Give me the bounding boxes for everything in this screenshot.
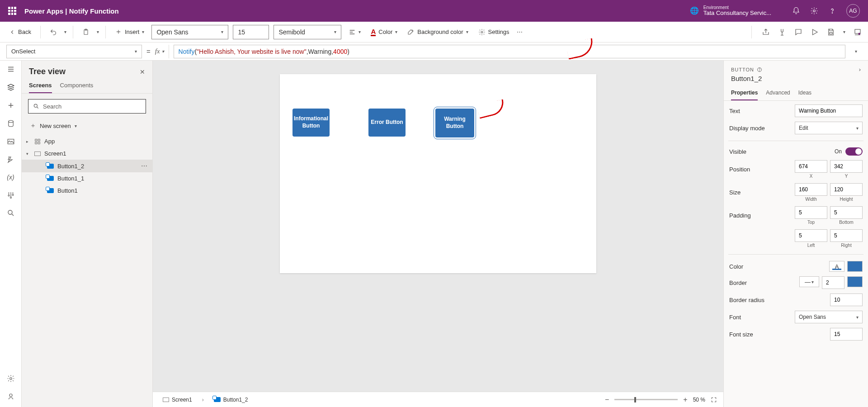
tree-item-screen1[interactable]: ▾ Screen1	[22, 147, 152, 160]
zoom-out-button[interactable]: −	[605, 396, 609, 404]
variables-icon[interactable]: (x)	[7, 174, 14, 181]
gear-icon[interactable]	[810, 7, 818, 15]
play-icon[interactable]	[811, 28, 819, 36]
props-type: BUTTON	[731, 67, 754, 72]
data-icon[interactable]	[7, 119, 15, 128]
help-icon[interactable]	[757, 67, 762, 72]
svg-rect-18	[38, 139, 40, 141]
border-color-swatch[interactable]	[847, 276, 863, 287]
input-pad-top[interactable]	[795, 206, 827, 219]
expand-formula-icon[interactable]: ▾	[850, 49, 862, 54]
breadcrumb-screen[interactable]: Screen1	[159, 396, 196, 404]
fit-icon[interactable]	[711, 397, 717, 403]
input-x[interactable]	[795, 160, 827, 173]
save-icon[interactable]	[827, 28, 835, 36]
toggle-visible[interactable]	[845, 147, 863, 156]
help-icon[interactable]	[828, 7, 836, 15]
insert-pane-icon[interactable]	[7, 101, 15, 109]
font-color-button[interactable]: A Color ▾	[368, 26, 400, 38]
breadcrumb-selection[interactable]: Button1_2	[210, 396, 252, 404]
fx-icon[interactable]: fx ▾	[155, 45, 169, 58]
search-icon[interactable]	[7, 209, 15, 217]
power-automate-icon[interactable]	[7, 156, 15, 164]
settings-rail-icon[interactable]	[7, 374, 15, 383]
input-pad-bottom[interactable]	[830, 206, 863, 219]
publish-icon[interactable]	[854, 28, 862, 36]
left-rail: (x)	[0, 61, 22, 407]
back-button[interactable]: Back	[6, 27, 34, 37]
hamburger-icon[interactable]	[7, 65, 15, 73]
color-label: Color	[378, 28, 392, 35]
tree-item-button1-1[interactable]: Button1_1	[22, 172, 152, 185]
more-icon[interactable]: ⋯	[517, 28, 523, 35]
border-style-dropdown[interactable]: — ▾	[799, 276, 819, 287]
canvas-area[interactable]: Informational Button Error Button Warnin…	[153, 61, 723, 407]
canvas-informational-button[interactable]: Informational Button	[292, 109, 330, 137]
more-icon[interactable]: ⋯	[141, 162, 148, 170]
tree-item-app[interactable]: ▸ App	[22, 135, 152, 147]
user-avatar[interactable]: AG	[846, 4, 860, 18]
font-size-dropdown[interactable]: 15	[233, 25, 269, 39]
tab-properties[interactable]: Properties	[731, 86, 758, 100]
new-screen-button[interactable]: ＋ New screen ▾	[22, 119, 152, 133]
tree-item-button1[interactable]: Button1	[22, 185, 152, 197]
align-button[interactable]: ▾	[346, 27, 363, 38]
bgcolor-label: Background color	[417, 28, 463, 35]
input-font-size[interactable]	[830, 328, 863, 341]
tab-ideas[interactable]: Ideas	[798, 86, 811, 100]
dropdown-font[interactable]: Open Sans▾	[795, 311, 863, 323]
paste-button[interactable]	[80, 27, 92, 38]
insert-button[interactable]: ＋ Insert ▾	[112, 25, 147, 38]
canvas-warning-button[interactable]: Warning Button	[435, 109, 474, 137]
tab-screens[interactable]: Screens	[29, 82, 52, 93]
input-pad-left[interactable]	[795, 229, 827, 242]
formula-input[interactable]: Notify("Hello Ashish, Your website is li…	[174, 45, 845, 58]
font-dropdown[interactable]: Open Sans▾	[151, 25, 228, 39]
property-selector[interactable]: OnSelect ▾	[6, 45, 142, 58]
dropdown-display-mode[interactable]: Edit▾	[795, 122, 863, 134]
input-height[interactable]	[830, 183, 863, 196]
canvas-error-button[interactable]: Error Button	[368, 109, 406, 137]
zoom-slider[interactable]	[614, 399, 678, 400]
tab-components[interactable]: Components	[60, 82, 94, 93]
input-border-width[interactable]	[822, 276, 844, 289]
input-text[interactable]	[795, 104, 863, 117]
canvas[interactable]: Informational Button Error Button Warnin…	[280, 74, 596, 273]
input-pad-right[interactable]	[830, 229, 863, 242]
fill-color-swatch[interactable]	[847, 261, 863, 272]
font-weight-dropdown[interactable]: Semibold▾	[274, 25, 341, 39]
treeview-icon[interactable]	[7, 83, 15, 91]
close-icon[interactable]: ✕	[140, 68, 145, 76]
tree-item-button1-2[interactable]: Button1_2 ⋯	[22, 160, 152, 172]
tree-screen-label: Screen1	[44, 150, 66, 157]
svg-point-8	[8, 120, 13, 123]
share-icon[interactable]	[762, 28, 770, 36]
crumb-screen-label: Screen1	[172, 397, 192, 403]
font-value: Open Sans	[156, 28, 188, 36]
search-input[interactable]: Search	[28, 99, 146, 114]
media-icon[interactable]	[7, 137, 15, 146]
checker-icon[interactable]	[778, 28, 786, 36]
save-more[interactable]: ▾	[843, 29, 845, 34]
bell-icon[interactable]	[792, 7, 800, 15]
chevron-right-icon[interactable]: ›	[859, 66, 861, 73]
input-y[interactable]	[830, 160, 863, 173]
paste-more[interactable]: ▾	[97, 29, 99, 34]
env-value: Tata Consultancy Servic...	[703, 10, 771, 16]
undo-button[interactable]	[47, 27, 60, 38]
waffle-icon[interactable]	[8, 7, 16, 15]
undo-more[interactable]: ▾	[64, 29, 66, 34]
zoom-in-button[interactable]: +	[683, 396, 687, 404]
tab-advanced[interactable]: Advanced	[766, 86, 790, 100]
svg-point-15	[9, 394, 12, 397]
comment-icon[interactable]	[794, 28, 802, 36]
button-icon	[47, 176, 54, 181]
settings-button[interactable]: Settings	[476, 27, 512, 38]
bg-color-button[interactable]: Background color ▾	[405, 27, 471, 38]
input-width[interactable]	[795, 183, 827, 196]
environment-picker[interactable]: 🌐 Environment Tata Consultancy Servic...	[690, 5, 771, 16]
virtual-agent-icon[interactable]	[7, 393, 15, 401]
font-color-swatch[interactable]: A	[829, 261, 844, 272]
input-border-radius[interactable]	[830, 293, 863, 306]
advanced-tools-icon[interactable]	[7, 191, 15, 199]
